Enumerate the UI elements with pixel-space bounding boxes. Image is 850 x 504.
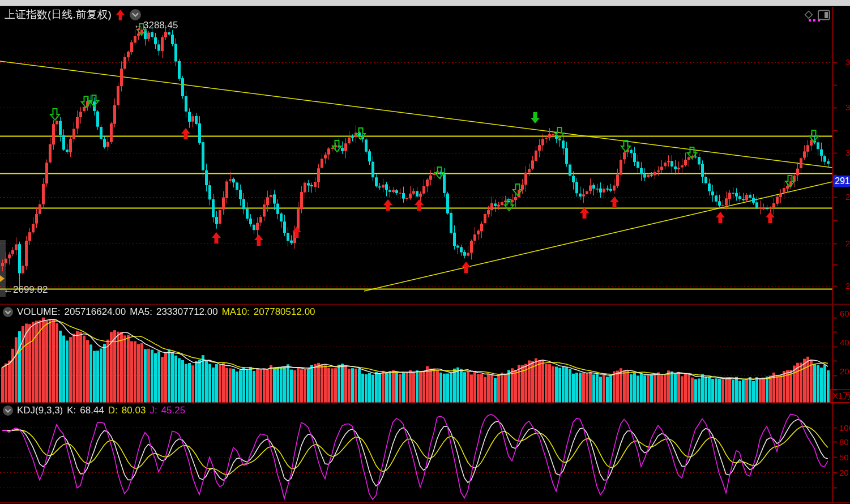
period-low-annotation: ←2699.82	[3, 284, 48, 296]
volume-ma5-label: MA5:	[130, 306, 152, 318]
kdj-axis-label: 100	[839, 423, 850, 433]
kdj-k-label: K:	[67, 405, 76, 416]
volume-value: 205716624.00	[65, 306, 126, 318]
kdj-d-value: 80.03	[122, 405, 146, 416]
volume-axis-label: 600	[840, 309, 850, 318]
kdj-k-value: 68.44	[80, 405, 104, 416]
volume-pane: VOLUME: 205716624.00 MA5: 233307712.00 M…	[0, 305, 850, 403]
volume-label: VOLUME:	[17, 306, 61, 318]
volume-axis-label: 200	[840, 366, 850, 376]
kdj-pane: KDJ(9,3,3) K: 68.44 D: 80.03 J: 45.25	[0, 403, 850, 504]
volume-ma5-value: 233307712.00	[156, 306, 218, 318]
period-high-annotation: ←3288.45	[134, 20, 178, 31]
diamond-tool-icon[interactable]	[803, 9, 814, 20]
volume-unit-label: X1万	[830, 389, 850, 403]
collapse-volume-icon[interactable]	[2, 306, 14, 318]
volume-ma10-label: MA10:	[222, 306, 250, 318]
kdj-axis-label: 50	[839, 452, 849, 462]
magenta-dots-indicator	[809, 19, 820, 22]
kdj-axis-label: 80	[839, 437, 849, 447]
price-axis-label: 3	[845, 57, 850, 67]
main-chart-pane: 上证指数(日线.前复权) ←3288.45 ←2699.82 291	[0, 6, 850, 305]
up-trend-icon	[116, 10, 125, 20]
panel-layout-icon[interactable]	[818, 10, 831, 20]
kdj-axis-label: 20	[839, 468, 849, 477]
collapse-kdj-icon[interactable]	[2, 405, 14, 416]
kdj-d-label: D:	[108, 405, 118, 416]
price-axis-label: 3	[845, 148, 850, 157]
last-price-badge: 291	[833, 176, 850, 187]
collapse-pane-icon[interactable]	[129, 8, 142, 21]
stock-app-window: { "header": { "title": "上证指数(日线.前复权)" },…	[0, 0, 850, 504]
kdj-j-label: J:	[150, 405, 157, 416]
price-axis-label: 2	[845, 238, 850, 248]
price-axis-label: 2	[845, 281, 850, 291]
kdj-label: KDJ(9,3,3)	[17, 405, 63, 416]
kdj-j-value: 45.25	[161, 405, 186, 416]
volume-axis-label: 400	[840, 338, 850, 347]
price-axis-label: 3	[845, 102, 850, 112]
price-axis-label: 2	[845, 192, 850, 202]
chart-title: 上证指数(日线.前复权)	[5, 7, 112, 22]
volume-ma10-value: 207780512.00	[254, 306, 315, 318]
